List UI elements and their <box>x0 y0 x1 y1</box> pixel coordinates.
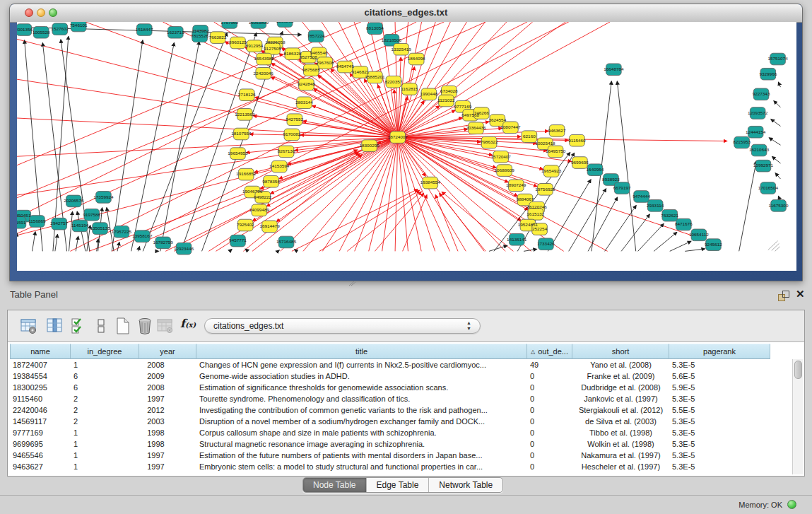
window-titlebar[interactable]: citations_edges.txt <box>10 4 802 23</box>
table-cell[interactable]: Yano et al. (2008) <box>572 359 669 370</box>
table-row[interactable]: 1938455462009Genome-wide association stu… <box>10 370 792 382</box>
table-cell[interactable]: 6 <box>71 382 139 393</box>
table-row[interactable]: 1872400712008Changes of HCN gene express… <box>10 359 792 370</box>
table-cell[interactable]: 6 <box>71 370 139 382</box>
column-header-in_degree[interactable]: in_degree <box>71 344 139 359</box>
table-cell[interactable]: Hescheler et al. (1997) <box>572 461 669 472</box>
function-builder-button[interactable]: f(x) <box>180 317 204 335</box>
table-cell[interactable]: 5.3E-5 <box>669 427 770 438</box>
table-cell[interactable]: de Silva et al. (2003) <box>572 416 669 427</box>
table-cell[interactable]: Tibbo et al. (1998) <box>572 427 669 438</box>
table-cell[interactable]: Embryonic stem cells: a model to study s… <box>196 461 527 472</box>
table-row[interactable]: 911546021997Tourette syndrome. Phenomeno… <box>10 393 792 404</box>
table-cell[interactable]: 5.5E-5 <box>669 404 770 416</box>
column-checklist-button[interactable] <box>70 317 88 335</box>
table-cell[interactable]: 5.3E-5 <box>669 359 770 370</box>
table-row[interactable]: 946362711997Embryonic stem cells: a mode… <box>10 461 792 472</box>
table-cell[interactable]: 2003 <box>139 416 196 427</box>
vertical-scrollbar[interactable] <box>792 359 803 474</box>
table-row[interactable]: 1830029562008Estimation of significance … <box>10 382 792 393</box>
table-cell[interactable]: 2008 <box>139 382 196 393</box>
table-cell[interactable]: 5.3E-5 <box>669 438 770 450</box>
network-canvas[interactable]: 2001356100552815276027546101151844716237… <box>17 22 796 271</box>
resize-grip-icon[interactable] <box>775 247 780 251</box>
table-cell[interactable]: 0 <box>527 427 572 438</box>
table-cell[interactable]: 9463627 <box>10 461 71 472</box>
table-cell[interactable]: 0 <box>527 382 572 393</box>
table-cell[interactable]: 1998 <box>139 438 196 450</box>
table-cell[interactable]: 2012 <box>139 404 196 416</box>
table-cell[interactable]: 0 <box>527 450 572 461</box>
column-header-short[interactable]: short <box>572 344 669 359</box>
table-cell[interactable]: Structural magnetic resonance image aver… <box>196 438 527 450</box>
table-cell[interactable]: Estimation of the future numbers of pati… <box>196 450 527 461</box>
delete-table-button[interactable] <box>156 317 175 335</box>
table-cell[interactable]: 22420046 <box>10 404 71 416</box>
close-icon[interactable]: ✕ <box>796 288 805 300</box>
tab-network-table[interactable]: Network Table <box>429 478 502 492</box>
table-cell[interactable]: Wolkin et al. (1998) <box>572 438 669 450</box>
column-header-title[interactable]: title <box>196 344 527 359</box>
split-divider-grip[interactable] <box>348 281 356 286</box>
scrollbar-thumb[interactable] <box>794 361 802 379</box>
column-header-name[interactable]: name <box>10 344 71 359</box>
table-cell[interactable]: Franke et al. (2009) <box>572 370 669 382</box>
table-cell[interactable]: Disruption of a novel member of a sodium… <box>196 416 527 427</box>
table-row[interactable]: 977716911998Corpus callosum shape and si… <box>10 427 792 438</box>
table-row[interactable]: 969969511998Structural magnetic resonanc… <box>10 438 792 450</box>
network-view-window[interactable]: citations_edges.txt 20013561005528152760… <box>9 4 803 281</box>
table-cell[interactable]: 1 <box>71 438 139 450</box>
table-row[interactable]: 2242004622012Investigating the contribut… <box>10 404 792 416</box>
table-cell[interactable]: 1997 <box>139 461 196 472</box>
table-cell[interactable]: 2009 <box>139 370 196 382</box>
table-cell[interactable]: 5.9E-5 <box>669 382 770 393</box>
table-cell[interactable]: 1 <box>71 461 139 472</box>
table-cell[interactable]: 0 <box>527 416 572 427</box>
table-selector-combobox[interactable]: citations_edges.txt ▲▼ <box>204 318 481 334</box>
table-cell[interactable]: 2 <box>71 404 139 416</box>
table-cell[interactable]: 0 <box>527 404 572 416</box>
table-cell[interactable]: 5.3E-5 <box>669 393 770 404</box>
table-cell[interactable]: Estimation of significance thresholds fo… <box>196 382 527 393</box>
table-settings-button[interactable] <box>20 317 38 335</box>
column-header-out_de[interactable]: △out_de... <box>527 344 572 359</box>
table-cell[interactable]: 1 <box>71 450 139 461</box>
table-cell[interactable]: 2008 <box>139 359 196 370</box>
table-cell[interactable]: 14569117 <box>10 416 71 427</box>
delete-column-button[interactable] <box>136 317 154 335</box>
table-cell[interactable]: Nakamura et al. (1997) <box>572 450 669 461</box>
table-cell[interactable]: 1 <box>71 427 139 438</box>
table-cell[interactable]: Investigating the contribution of common… <box>196 404 527 416</box>
new-column-button[interactable] <box>114 317 132 335</box>
table-cell[interactable]: 5.6E-5 <box>669 370 770 382</box>
table-cell[interactable]: Dudbridge et al. (2008) <box>572 382 669 393</box>
column-header-year[interactable]: year <box>139 344 196 359</box>
table-cell[interactable]: 0 <box>527 438 572 450</box>
column-visibility-button[interactable] <box>46 317 64 335</box>
table-cell[interactable]: 2 <box>71 393 139 404</box>
resize-grip-icon[interactable] <box>768 241 778 250</box>
table-cell[interactable]: 2 <box>71 416 139 427</box>
table-cell[interactable]: Changes of HCN gene expression and I(f) … <box>196 359 527 370</box>
table-cell[interactable]: 1997 <box>139 450 196 461</box>
table-cell[interactable]: Corpus callosum shape and size in male p… <box>196 427 527 438</box>
table-cell[interactable]: 1 <box>71 359 139 370</box>
tab-edge-table[interactable]: Edge Table <box>367 478 430 492</box>
table-cell[interactable]: 9699695 <box>10 438 71 450</box>
float-panel-icon[interactable] <box>777 290 790 302</box>
table-cell[interactable]: Genome-wide association studies in ADHD. <box>196 370 527 382</box>
table-cell[interactable]: 1998 <box>139 427 196 438</box>
table-cell[interactable]: 19384554 <box>10 370 71 382</box>
table-cell[interactable]: 9115460 <box>10 393 71 404</box>
table-cell[interactable]: 18724007 <box>10 359 71 370</box>
table-cell[interactable]: 5.3E-5 <box>669 450 770 461</box>
table-cell[interactable]: 5.3E-5 <box>669 461 770 472</box>
column-header-pagerank[interactable]: pagerank <box>669 344 770 359</box>
table-cell[interactable]: 49 <box>527 359 572 370</box>
table-cell[interactable]: 1997 <box>139 393 196 404</box>
table-cell[interactable]: 0 <box>527 393 572 404</box>
resize-grip-icon[interactable] <box>772 243 779 250</box>
table-cell[interactable]: 0 <box>527 370 572 382</box>
table-cell[interactable]: 18300295 <box>10 382 71 393</box>
table-cell[interactable]: Stergiakouli et al. (2012) <box>572 404 669 416</box>
